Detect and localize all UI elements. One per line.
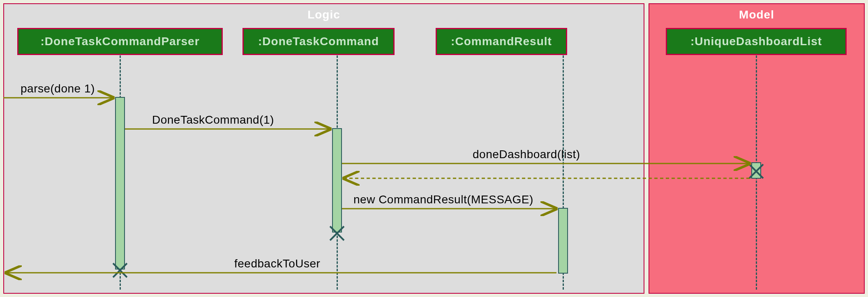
frame-logic-title: Logic	[307, 8, 340, 21]
activation-command	[332, 128, 342, 233]
label-donedashboard: doneDashboard(list)	[473, 148, 580, 161]
destroy-dashboard	[748, 162, 764, 179]
participant-dashboard: :UniqueDashboardList	[666, 28, 847, 55]
activation-parser	[115, 97, 125, 269]
label-newcommandresult: new CommandResult(MESSAGE)	[353, 193, 533, 206]
destroy-parser	[112, 261, 128, 278]
label-feedback: feedbackToUser	[234, 257, 320, 270]
participant-parser: :DoneTaskCommandParser	[17, 28, 223, 55]
label-parse: parse(done 1)	[21, 82, 95, 95]
activation-result	[558, 208, 568, 274]
destroy-command	[329, 224, 345, 241]
label-donetaskcommand: DoneTaskCommand(1)	[152, 113, 274, 127]
sequence-diagram: Logic Model :DoneTaskCommandParser :Done…	[0, 0, 868, 297]
participant-result: :CommandResult	[436, 28, 567, 55]
participant-command: :DoneTaskCommand	[242, 28, 395, 55]
frame-model-title: Model	[739, 8, 774, 21]
